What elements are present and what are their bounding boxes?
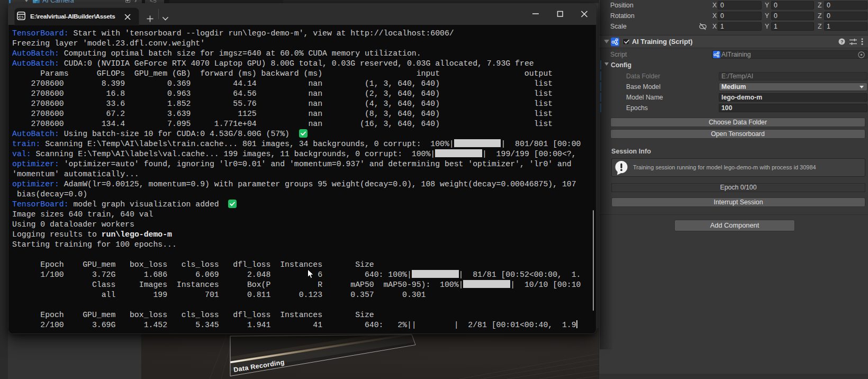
svg-text:C:\: C:\ xyxy=(19,15,23,19)
svg-text:?: ? xyxy=(840,39,844,44)
